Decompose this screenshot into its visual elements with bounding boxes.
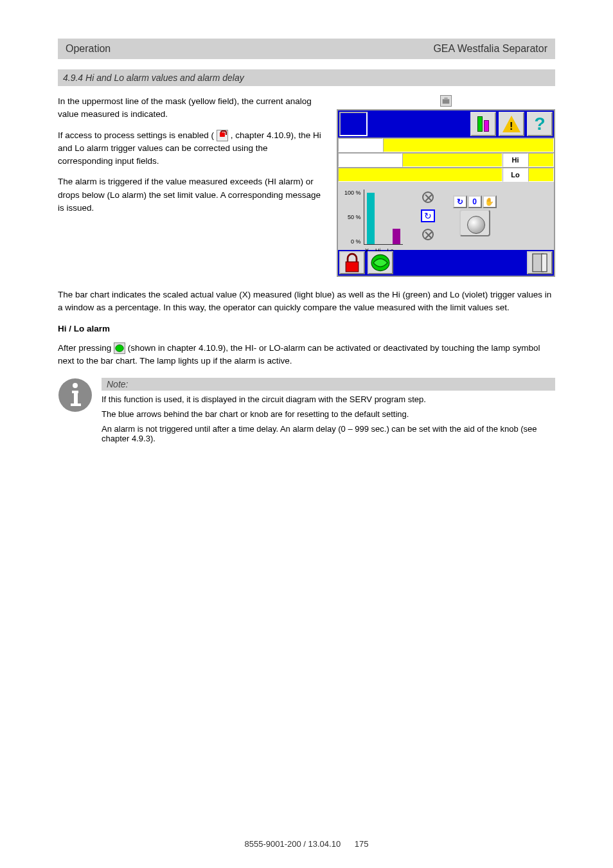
panel-footer: [338, 250, 554, 276]
machine-icon: [440, 95, 452, 107]
knob-reset-button[interactable]: ↻: [453, 195, 467, 208]
title-box: [339, 112, 368, 136]
svg-rect-0: [443, 99, 450, 103]
hilo-heading: Hi / Lo alarm: [58, 324, 110, 333]
intro-p1: In the uppermost line of the mask (yello…: [58, 95, 324, 121]
note-p2: An alarm is not triggered until after a …: [102, 424, 555, 443]
bars-button[interactable]: [470, 112, 496, 136]
bars: [364, 190, 403, 245]
bars-icon: [477, 116, 489, 132]
hilo-p1a: After pressing: [58, 343, 114, 353]
bar-lo: [393, 229, 400, 244]
knob-cluster: ↻ 0 ✋: [453, 195, 497, 236]
tick-100: 100 %: [344, 190, 361, 196]
lo-lamp-icon[interactable]: [422, 229, 434, 240]
info-icon: [58, 378, 93, 412]
doc-id: 8555-9001-200 / 13.04.10: [244, 839, 341, 849]
row1-actual-value: [383, 138, 554, 152]
exit-icon: [528, 251, 551, 274]
hmi-panel: ? Hi Lo: [337, 109, 555, 277]
panel-titlebar: ?: [338, 111, 554, 137]
hi-input[interactable]: [402, 153, 502, 167]
hi-trail: [528, 153, 554, 167]
warning-button[interactable]: [499, 112, 524, 136]
svg-rect-2: [346, 262, 358, 272]
svg-rect-5: [542, 254, 547, 272]
cameo-icon: [369, 251, 392, 274]
tick-0: 0 %: [344, 238, 361, 245]
graph-area: 100 % 50 % 0 % X Hi Lo: [338, 182, 554, 250]
bar-x: [367, 193, 375, 244]
hilo-p2: The blue arrows behind the bar chart or …: [102, 409, 555, 419]
panel-rows: Hi Lo: [338, 137, 554, 182]
lo-label: Lo: [502, 168, 528, 182]
footer-cameo-button[interactable]: [368, 251, 393, 274]
row1-white: [338, 138, 383, 152]
reset-chart-button[interactable]: ↻: [421, 209, 435, 222]
footer-exit-button[interactable]: [527, 251, 553, 274]
intro-p3: The alarm is triggered if the value meas…: [58, 175, 324, 215]
hilo-p1b: (shown in chapter 4.10.9), the HI- or LO…: [58, 343, 540, 366]
help-icon: ?: [534, 114, 545, 134]
y-ticks: 100 % 50 % 0 %: [344, 190, 361, 245]
lo-input[interactable]: [338, 168, 502, 182]
svg-rect-11: [71, 403, 81, 406]
knob-hand-button[interactable]: ✋: [483, 195, 497, 208]
hilo-block: Hi / Lo alarm After pressing (shown in c…: [58, 323, 555, 368]
warning-icon: [502, 116, 520, 132]
svg-point-8: [73, 383, 78, 388]
intro-p5: The bar chart indicates the scaled actua…: [58, 288, 555, 315]
hi-lamp-icon[interactable]: [422, 191, 434, 203]
lock-icon: [217, 130, 228, 141]
note-p1: If this function is used, it is displaye…: [102, 394, 555, 404]
lo-trail: [528, 168, 554, 182]
footer-lock-button[interactable]: [339, 251, 365, 274]
svg-point-6: [116, 345, 123, 352]
row2-white: [338, 153, 402, 167]
section-left: Operation: [66, 39, 111, 59]
intro-text: In the uppermost line of the mask (yello…: [58, 95, 324, 277]
knob-dial[interactable]: [459, 209, 490, 236]
page-number: 175: [355, 839, 369, 849]
section-header: Operation GEA Westfalia Separator: [58, 39, 555, 59]
help-button[interactable]: ?: [527, 112, 553, 136]
hi-label: Hi: [502, 153, 528, 167]
lamp-column: ↻: [421, 191, 435, 240]
note-heading: Note:: [102, 378, 555, 391]
svg-rect-10: [74, 391, 78, 405]
lock-icon: [341, 251, 364, 274]
knob-zero-button[interactable]: 0: [468, 195, 482, 208]
svg-rect-1: [444, 98, 447, 100]
tick-50: 50 %: [344, 214, 361, 220]
intro-p2a: If access to process settings is enabled…: [58, 130, 214, 140]
note-block: Note: If this function is used, it is di…: [58, 378, 555, 448]
bar-chart: 100 % 50 % 0 % X Hi Lo: [344, 187, 403, 245]
subsection-heading: 4.9.4 Hi and Lo alarm values and alarm d…: [58, 69, 555, 86]
page-footer: 8555-9001-200 / 13.04.10 175: [0, 839, 613, 849]
section-right: GEA Westfalia Separator: [433, 39, 547, 59]
cameo-icon: [114, 342, 125, 354]
